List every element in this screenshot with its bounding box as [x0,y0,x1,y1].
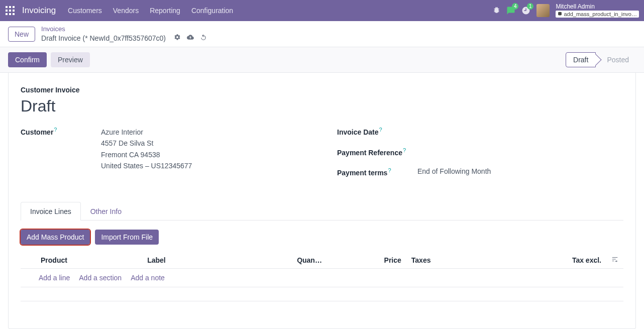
breadcrumb-title: Draft Invoice (* NewId_0x7ff5357607c0) [41,34,166,43]
svg-rect-6 [6,13,8,15]
nav-right: 4 1 Mitchell Admin add_mass_product_in_i… [493,4,639,17]
add-section-link[interactable]: Add a section [79,274,122,282]
status-draft[interactable]: Draft [566,52,596,67]
col-product[interactable]: Product [36,252,142,269]
form-title: Draft [21,97,623,116]
status-posted[interactable]: Posted [596,53,636,67]
nav-customers[interactable]: Customers [68,7,102,15]
help-icon[interactable]: ? [54,127,57,133]
col-quantity[interactable]: Quan… [225,252,327,269]
add-mass-product-button[interactable]: Add Mass Product [21,230,90,245]
add-line-link[interactable]: Add a line [39,274,70,282]
nav-reporting[interactable]: Reporting [150,7,180,15]
invoice-lines-table: Product Label Quan… Price Taxes Tax excl… [21,252,623,315]
help-icon[interactable]: ? [388,167,391,173]
db-name: add_mass_product_in_invo… [556,11,639,18]
discard-icon[interactable] [200,34,207,43]
nav-configuration[interactable]: Configuration [191,7,233,15]
svg-rect-7 [9,13,11,15]
svg-rect-4 [9,10,11,12]
tab-other-info[interactable]: Other Info [81,202,131,221]
preview-button[interactable]: Preview [51,52,90,67]
help-icon[interactable]: ? [403,147,406,153]
user-block[interactable]: Mitchell Admin add_mass_product_in_invo… [556,4,639,17]
col-label[interactable]: Label [142,252,225,269]
breadcrumb-bar: New Invoices Draft Invoice (* NewId_0x7f… [0,21,644,47]
svg-rect-5 [13,10,15,12]
customer-addr2: Fremont CA 94538 [101,149,192,160]
svg-rect-0 [6,6,8,8]
user-name: Mitchell Admin [556,4,639,10]
nav-vendors[interactable]: Vendors [113,7,139,15]
customer-value[interactable]: Azure Interior 4557 De Silva St Fremont … [101,127,192,172]
tab-invoice-lines[interactable]: Invoice Lines [21,202,81,221]
svg-rect-1 [9,6,11,8]
help-icon[interactable]: ? [379,127,382,133]
col-taxes[interactable]: Taxes [406,252,492,269]
new-button[interactable]: New [8,27,35,42]
svg-rect-2 [13,6,15,8]
cloud-upload-icon[interactable] [187,34,194,43]
col-price[interactable]: Price [327,252,406,269]
activity-icon[interactable]: 1 [521,6,530,15]
options-icon[interactable] [611,256,618,264]
confirm-button[interactable]: Confirm [8,52,47,67]
customer-addr1: 4557 De Silva St [101,138,192,149]
col-tax-excl[interactable]: Tax excl. [492,252,606,269]
avatar[interactable] [536,4,550,17]
app-brand[interactable]: Invoicing [22,6,56,16]
apps-icon[interactable] [5,6,15,16]
svg-rect-8 [13,13,15,15]
import-from-file-button[interactable]: Import From File [95,230,159,245]
debug-icon[interactable] [493,6,500,15]
form-type-label: Customer Invoice [21,86,623,94]
customer-label: Customer? [21,127,101,136]
payment-reference-label: Payment Reference? [337,147,417,157]
customer-addr3: United States – US12345677 [101,160,192,171]
add-note-link[interactable]: Add a note [131,274,165,282]
action-bar: Confirm Preview Draft Posted [0,47,644,73]
form-sheet: Customer Invoice Draft Customer? Azure I… [8,73,636,328]
db-label: add_mass_product_in_invo… [564,11,637,17]
customer-name: Azure Interior [101,127,192,138]
payment-terms-label: Payment terms? [337,167,417,177]
tabs: Invoice Lines Other Info [21,202,623,221]
messages-count: 4 [512,3,519,10]
invoice-date-label: Invoice Date? [337,127,417,136]
status-bar: Draft Posted [566,52,636,67]
top-nav: Invoicing Customers Vendors Reporting Co… [0,0,644,21]
breadcrumb-invoices[interactable]: Invoices [41,25,207,34]
gear-icon[interactable] [174,34,181,43]
svg-rect-3 [6,10,8,12]
activity-count: 1 [527,3,534,10]
nav-menu: Customers Vendors Reporting Configuratio… [68,7,233,15]
messages-icon[interactable]: 4 [506,6,515,15]
payment-terms-value[interactable]: End of Following Month [417,167,491,175]
